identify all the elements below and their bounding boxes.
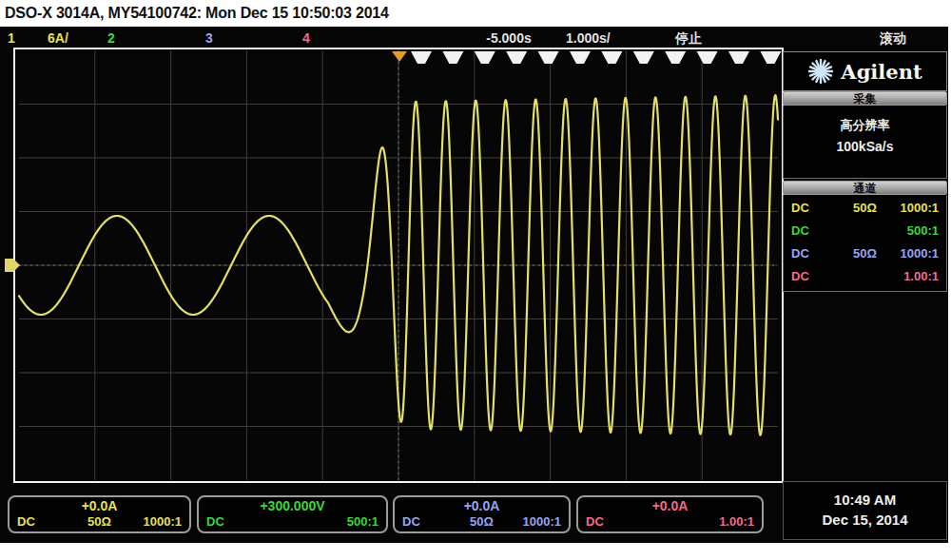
channel-4-button[interactable]: 4 xyxy=(302,29,310,48)
sample-rate: 100kSa/s xyxy=(784,139,946,154)
acquisition-mode: 高分辨率 xyxy=(784,117,946,134)
probe-ratio: 500:1 xyxy=(347,514,378,530)
probe-ratio: 1000:1 xyxy=(144,514,182,530)
channel-3-offset-value: +0.0A xyxy=(395,497,569,514)
probe-ratio: 1.00:1 xyxy=(719,514,754,530)
coupling-label: DC xyxy=(586,514,604,530)
brand-name: Agilent xyxy=(841,60,922,84)
channel-1-button[interactable]: 1 xyxy=(8,29,15,48)
oscilloscope-screen: DSO-X 3014A, MY54100742: Mon Dec 15 10:5… xyxy=(0,0,951,560)
channel-3-status-panel[interactable]: +0.0A DC 50Ω 1000:1 xyxy=(393,495,571,533)
acquisition-panel[interactable]: 高分辨率 100kSa/s xyxy=(783,106,947,179)
channel-4-settings-row: DC 1.00:1 xyxy=(784,265,946,288)
channel-4-offset-value: +0.0A xyxy=(578,497,762,514)
channel-1-settings-row: DC 50Ω 1000:1 xyxy=(784,197,946,220)
clock-date: Dec 15, 2014 xyxy=(784,512,946,528)
timebase-readout: 1.000s/ xyxy=(566,29,611,48)
coupling-label: DC xyxy=(791,265,809,288)
channel-1-status-panel[interactable]: +0.0A DC 50Ω 1000:1 xyxy=(8,495,191,533)
channel-3-settings-row: DC 50Ω 1000:1 xyxy=(784,242,946,265)
channel-4-status-panel[interactable]: +0.0A DC 1.00:1 xyxy=(576,495,764,533)
probe-ratio: 1.00:1 xyxy=(903,265,939,288)
probe-ratio: 500:1 xyxy=(907,220,939,242)
coupling-label: DC xyxy=(206,514,224,530)
channels-panel[interactable]: DC 50Ω 1000:1 DC 500:1 DC 50Ω 1000:1 DC … xyxy=(783,195,947,292)
clock-time: 10:49 AM xyxy=(784,492,946,508)
probe-ratio: 1000:1 xyxy=(901,242,939,265)
channel-2-button[interactable]: 2 xyxy=(107,29,115,48)
channel-2-offset-value: +300.000V xyxy=(199,497,386,514)
channel-1-scale: 6A/ xyxy=(48,29,68,48)
coupling-label: DC xyxy=(791,220,809,242)
channel-1-offset-value: +0.0A xyxy=(10,497,189,514)
clock-panel: 10:49 AM Dec 15, 2014 xyxy=(783,481,947,540)
agilent-starburst-icon xyxy=(807,58,834,85)
channel-2-settings-row: DC 500:1 xyxy=(784,220,946,242)
delay-time-readout: -5.000s xyxy=(476,29,542,48)
channels-header: 通道 xyxy=(783,181,947,195)
probe-ratio: 1000:1 xyxy=(901,197,939,220)
channel-3-button[interactable]: 3 xyxy=(205,29,213,48)
brand-panel: Agilent xyxy=(783,51,947,91)
horizontal-mode-badge: 滚动 xyxy=(880,29,906,48)
acquisition-header: 采集 xyxy=(783,91,947,106)
probe-ratio: 1000:1 xyxy=(523,514,561,530)
channel-2-status-panel[interactable]: +300.000V DC 500:1 xyxy=(197,495,388,533)
run-state-badge: 停止 xyxy=(675,29,702,48)
